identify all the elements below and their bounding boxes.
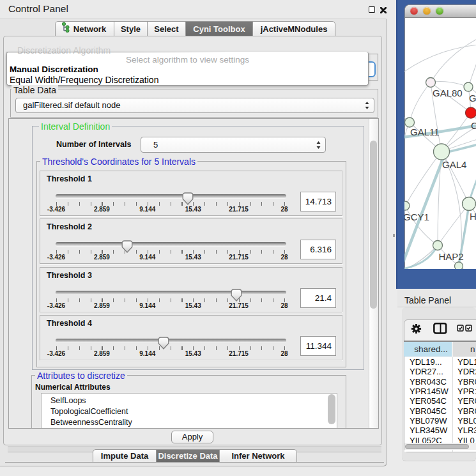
svg-text:GAL80: GAL80 [433, 88, 463, 98]
svg-text:H: H [470, 211, 476, 222]
svg-text:HAP2: HAP2 [439, 251, 464, 262]
svg-text:GCY1: GCY1 [404, 211, 429, 222]
svg-text:GA: GA [469, 93, 476, 104]
svg-text:GAL4: GAL4 [442, 159, 466, 170]
svg-text:C: C [471, 120, 476, 131]
svg-text:GAL11: GAL11 [410, 127, 440, 137]
